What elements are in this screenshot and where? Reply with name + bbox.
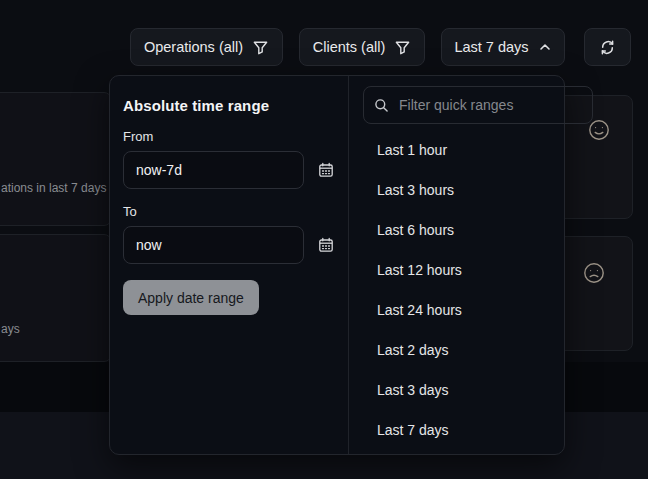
to-label: To — [123, 204, 334, 219]
absolute-time-range-pane: Absolute time range From To — [110, 76, 348, 454]
background-card-left-2 — [0, 234, 112, 362]
background-card-operations — [0, 92, 112, 226]
time-range-label: Last 7 days — [454, 39, 528, 55]
quick-ranges-filter — [363, 86, 593, 124]
to-calendar-button[interactable] — [318, 237, 334, 253]
from-label: From — [123, 129, 334, 144]
operations-filter-label: Operations (all) — [144, 39, 243, 55]
background-card-caption-2: ays — [1, 322, 20, 336]
operations-filter-button[interactable]: Operations (all) — [130, 28, 283, 66]
quick-range-last-1-hour[interactable]: Last 1 hour — [349, 130, 602, 170]
quick-range-last-2-days[interactable]: Last 2 days — [349, 330, 602, 370]
filter-quick-ranges-input[interactable] — [397, 96, 582, 114]
chevron-up-icon — [538, 40, 552, 54]
quick-range-last-3-hours[interactable]: Last 3 hours — [349, 170, 602, 210]
from-calendar-button[interactable] — [318, 162, 334, 178]
funnel-icon — [252, 39, 269, 56]
refresh-icon — [599, 39, 616, 56]
absolute-time-range-title: Absolute time range — [123, 97, 334, 114]
quick-range-last-24-hours[interactable]: Last 24 hours — [349, 290, 602, 330]
calendar-icon — [318, 162, 334, 178]
quick-ranges-list: Last 1 hour Last 3 hours Last 6 hours La… — [349, 130, 602, 450]
time-picker-dropdown: Absolute time range From To — [109, 75, 565, 455]
to-input[interactable] — [123, 226, 304, 264]
calendar-icon — [318, 237, 334, 253]
search-icon — [374, 98, 389, 113]
quick-range-last-7-days[interactable]: Last 7 days — [349, 410, 602, 450]
apply-date-range-button[interactable]: Apply date range — [123, 280, 259, 315]
clients-filter-label: Clients (all) — [313, 39, 386, 55]
clients-filter-button[interactable]: Clients (all) — [299, 28, 425, 66]
quick-range-last-12-hours[interactable]: Last 12 hours — [349, 250, 602, 290]
time-range-button[interactable]: Last 7 days — [441, 28, 565, 66]
from-input[interactable] — [123, 151, 304, 189]
background-card-caption: ations in last 7 days — [1, 181, 106, 195]
quick-range-last-6-hours[interactable]: Last 6 hours — [349, 210, 602, 250]
quick-ranges-pane: Last 1 hour Last 3 hours Last 6 hours La… — [348, 76, 602, 454]
refresh-button[interactable] — [584, 28, 631, 66]
funnel-icon — [394, 39, 411, 56]
quick-range-last-3-days[interactable]: Last 3 days — [349, 370, 602, 410]
